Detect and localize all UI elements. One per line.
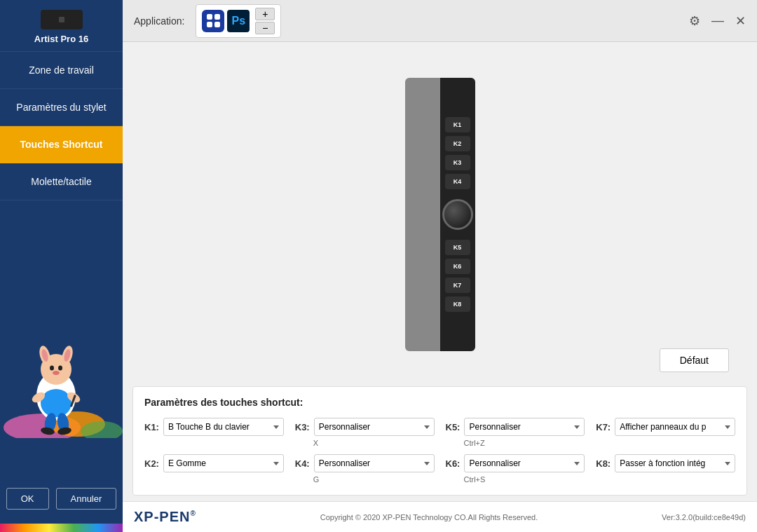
key-row-k6: K6: Personnaliser Ctrl+S [446,454,585,484]
version-text: Ver:3.2.0(build:ce8e49d) [662,513,746,521]
copyright-text: Copyright © 2020 XP-PEN Technology CO.Al… [320,513,538,521]
key-label-k4: K4: [295,458,310,469]
topbar-left: Application: Ps + − [134,4,281,38]
color-strip [0,524,123,532]
defaut-button-container: Défaut [660,348,729,372]
defaut-button[interactable]: Défaut [660,348,729,372]
key-select-k6[interactable]: Personnaliser [464,454,585,472]
key-k1[interactable]: K1 [445,117,470,132]
cancel-button[interactable]: Annuler [56,488,117,510]
key-row-k4: K4: Personnaliser G [295,454,435,484]
device-diagram: K1 K2 K3 K4 K5 K6 K7 K8 [405,78,475,351]
main-content: Application: Ps + − [123,0,757,532]
content-area: K1 K2 K3 K4 K5 K6 K7 K8 Défaut [123,42,757,532]
sidebar-item-zone-travail[interactable]: Zone de travail [0,52,123,89]
key-label-k7: K7: [596,422,611,432]
key-k4[interactable]: K4 [445,174,470,189]
key-select-k4[interactable]: Personnaliser [314,454,435,472]
xp-dots-icon [207,14,220,27]
device-icon [41,10,83,29]
key-label-k3: K3: [295,422,310,432]
key-row-k2: K2: E Gomme [144,454,284,484]
key-row-k3: K3: Personnaliser X [295,418,435,447]
app-add-remove-buttons: + − [255,8,275,34]
key-label-k5: K5: [446,422,461,432]
dial-wheel[interactable] [442,199,473,230]
remove-app-button[interactable]: − [255,22,275,34]
key-sub-k4: G [295,475,435,484]
key-sub-k3: X [295,439,435,447]
settings-icon[interactable]: ⚙ [689,13,700,29]
panel-title: Paramètres des touches shortcut: [144,397,735,408]
key-k3[interactable]: K3 [445,155,470,170]
svg-point-12 [41,389,71,417]
sidebar: Artist Pro 16 Zone de travail Paramètres… [0,0,123,532]
shortcut-settings-panel: Paramètres des touches shortcut: K1: B T… [132,386,747,496]
key-select-k7[interactable]: Afficher panneaux du p [615,418,735,436]
application-label: Application: [134,15,184,27]
ok-button[interactable]: OK [6,488,49,510]
sidebar-nav: Zone de travail Paramètres du stylet Tou… [0,52,123,264]
sidebar-actions: OK Annuler [0,477,123,524]
device-visual-area: K1 K2 K3 K4 K5 K6 K7 K8 Défaut [123,42,757,386]
photoshop-app-icon[interactable]: Ps [227,10,250,32]
sidebar-header: Artist Pro 16 [0,0,123,52]
sidebar-item-touches-shortcut[interactable]: Touches Shortcut [0,126,123,163]
bottom-keys: K5 K6 K7 K8 [445,240,470,312]
svg-point-9 [50,366,54,371]
key-k6[interactable]: K6 [445,259,470,274]
footer: XP-PEN® Copyright © 2020 XP-PEN Technolo… [123,501,757,532]
key-sub-k5: Ctrl+Z [446,439,585,447]
key-label-k1: K1: [144,422,159,432]
svg-point-10 [58,366,62,371]
sidebar-item-molette-tactile[interactable]: Molette/tactile [0,163,123,200]
key-k8[interactable]: K8 [445,296,470,312]
minimize-icon[interactable]: — [711,13,724,28]
device-left-panel [405,78,440,351]
top-keys: K1 K2 K3 K4 [445,117,470,189]
key-k2[interactable]: K2 [445,136,470,151]
brand-logo: XP-PEN® [134,509,196,525]
key-label-k8: K8: [596,458,611,469]
topbar-right: ⚙ — ✕ [689,13,746,29]
svg-point-11 [53,371,60,375]
key-row-k1: K1: B Touche B du clavier [144,418,284,447]
key-select-k2[interactable]: E Gomme [163,454,284,472]
key-row-k8: K8: Passer à fonction intég [596,454,735,484]
key-select-k8[interactable]: Passer à fonction intég [615,454,735,472]
key-sub-k6: Ctrl+S [446,475,585,484]
xp-pen-app-icon[interactable] [202,10,224,32]
device-right-panel: K1 K2 K3 K4 K5 K6 K7 K8 [440,78,475,351]
key-label-k6: K6: [446,458,461,469]
key-select-k1[interactable]: B Touche B du clavier [163,418,284,436]
close-icon[interactable]: ✕ [735,13,746,29]
device-name: Artist Pro 16 [34,34,88,44]
topbar: Application: Ps + − [123,0,757,42]
key-row-k7: K7: Afficher panneaux du p [596,418,735,447]
key-select-k3[interactable]: Personnaliser [314,418,435,436]
keys-grid: K1: B Touche B du clavier K3: Personnali… [144,418,735,484]
mascot-image [0,319,123,438]
key-label-k2: K2: [144,458,159,469]
key-k7[interactable]: K7 [445,278,470,293]
key-k5[interactable]: K5 [445,240,470,255]
app-icons-container: Ps + − [196,4,281,38]
key-row-k5: K5: Personnaliser Ctrl+Z [446,418,585,447]
add-app-button[interactable]: + [255,8,275,20]
key-select-k5[interactable]: Personnaliser [464,418,585,436]
sidebar-item-parametres-stylet[interactable]: Paramètres du stylet [0,89,123,126]
